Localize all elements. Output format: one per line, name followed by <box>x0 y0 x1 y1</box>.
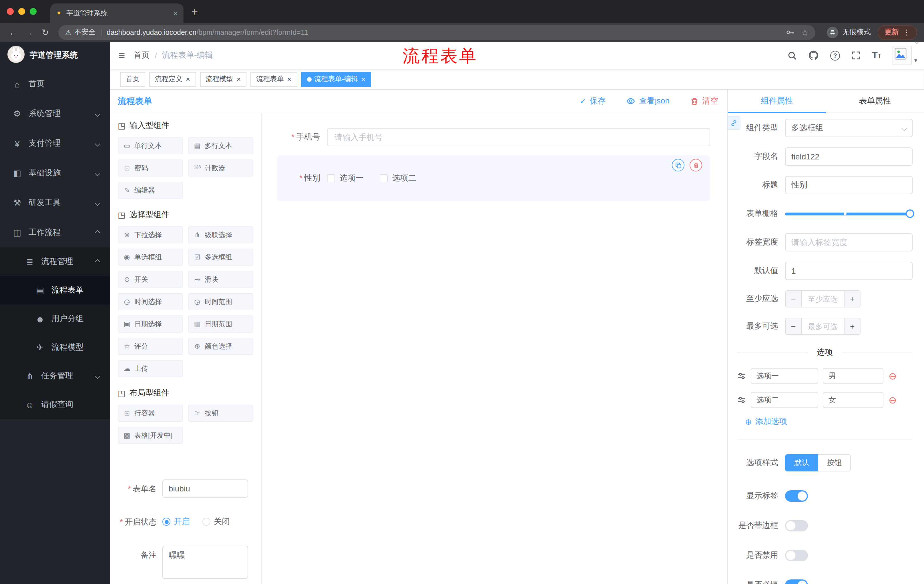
sidebar-item-process-management[interactable]: ≣ 流程管理 <box>0 247 110 276</box>
copy-widget-button[interactable] <box>672 159 685 171</box>
bookmark-star-icon[interactable]: ☆ <box>801 28 808 37</box>
palette-item-counter[interactable]: ¹²³计数器 <box>188 160 253 176</box>
checkbox[interactable] <box>380 174 388 182</box>
status-on-radio[interactable]: 开启 <box>162 517 190 527</box>
tag-home[interactable]: 首页 <box>120 72 145 87</box>
status-off-radio[interactable]: 关闭 <box>202 517 230 527</box>
tag-close-icon[interactable]: × <box>361 75 366 84</box>
palette-item-select[interactable]: ⊚下拉选择 <box>118 226 183 243</box>
palette-item-switch[interactable]: ⊜开关 <box>118 271 183 288</box>
sidebar-item-task-management[interactable]: ⋔ 任务管理 <box>0 362 110 390</box>
fullscreen-icon[interactable] <box>851 51 861 60</box>
tab-form-properties[interactable]: 表单属性 <box>826 90 924 113</box>
tab-component-properties[interactable]: 组件属性 <box>728 90 826 113</box>
browser-update-button[interactable]: 更新 ⋮ <box>878 25 917 40</box>
toolbar-chevron-icon[interactable] <box>916 35 918 46</box>
tag-close-icon[interactable]: × <box>186 75 190 84</box>
option-value-input[interactable] <box>823 368 883 384</box>
palette-item-row-container[interactable]: ⊞行容器 <box>118 405 183 422</box>
option-value-input[interactable] <box>823 392 883 408</box>
reload-button[interactable]: ↻ <box>38 27 53 38</box>
palette-item-textarea[interactable]: ▤多行文本 <box>188 137 253 154</box>
style-default-button[interactable]: 默认 <box>785 454 818 471</box>
palette-item-time-range[interactable]: ◶时间范围 <box>188 293 253 310</box>
phone-field-row[interactable]: *手机号 <box>277 128 710 146</box>
window-minimize-button[interactable] <box>18 8 25 15</box>
form-canvas[interactable]: *手机号 *性别 选项一 选项二 <box>262 113 727 584</box>
palette-item-rate[interactable]: ☆评分 <box>118 338 183 355</box>
palette-item-button[interactable]: ☞按钮 <box>188 405 253 422</box>
decrease-button[interactable]: − <box>785 318 802 334</box>
drag-handle-icon[interactable] <box>737 395 746 405</box>
user-menu[interactable]: ▾ <box>893 46 917 65</box>
palette-item-password[interactable]: ⊡密码 <box>118 160 183 176</box>
clear-button[interactable]: 清空 <box>690 96 718 106</box>
form-remark-input[interactable]: 嘿嘿 <box>162 546 248 579</box>
add-option-button[interactable]: ⊕ 添加选项 <box>745 416 912 428</box>
required-toggle[interactable] <box>785 579 808 584</box>
sidebar-item-infrastructure[interactable]: ◧ 基础设施 <box>0 158 110 188</box>
label-width-input[interactable] <box>785 233 912 252</box>
forward-button[interactable]: → <box>22 28 36 37</box>
palette-item-date-range[interactable]: ▦日期范围 <box>188 316 253 332</box>
remove-option-icon[interactable]: ⊖ <box>889 371 897 381</box>
sidebar-item-user-groups[interactable]: ☻ 用户分组 <box>0 304 110 333</box>
window-zoom-button[interactable] <box>30 8 36 15</box>
increase-button[interactable]: + <box>844 291 860 307</box>
app-logo[interactable]: 芋道管理系统 <box>0 42 110 69</box>
tag-process-form-edit[interactable]: 流程表单-编辑 × <box>301 72 371 87</box>
field-name-input[interactable] <box>785 147 912 166</box>
breadcrumb-home[interactable]: 首页 <box>134 50 150 61</box>
style-button-button[interactable]: 按钮 <box>818 454 851 471</box>
palette-item-cascader[interactable]: ⋔级联选择 <box>188 226 253 243</box>
sidebar-toggle-button[interactable]: ≡ <box>110 49 134 62</box>
help-icon[interactable]: ? <box>830 51 840 60</box>
tag-process-definition[interactable]: 流程定义 × <box>149 72 196 87</box>
palette-item-table[interactable]: ▩表格[开发中] <box>118 427 183 444</box>
palette-item-color-picker[interactable]: ⊛颜色选择 <box>188 338 253 355</box>
drag-handle-icon[interactable] <box>737 372 746 380</box>
sidebar-item-process-model[interactable]: ✈ 流程模型 <box>0 333 110 362</box>
address-bar[interactable]: ⚠ 不安全 | dashboard.yudao.iocoder.cn /bpm/… <box>58 25 815 40</box>
component-type-select[interactable]: 多选框组 <box>785 119 912 137</box>
tag-process-model[interactable]: 流程模型 × <box>200 72 246 87</box>
back-button[interactable]: ← <box>6 28 21 37</box>
palette-item-upload[interactable]: ☁上传 <box>118 360 183 377</box>
phone-input[interactable] <box>327 128 710 146</box>
palette-item-single-text[interactable]: ▭单行文本 <box>118 137 183 154</box>
tab-close-icon[interactable]: × <box>173 8 178 18</box>
palette-item-checkbox-group[interactable]: ☑多选框组 <box>188 248 253 266</box>
password-key-icon[interactable] <box>786 28 794 36</box>
slider-track[interactable] <box>785 212 912 215</box>
sidebar-item-home[interactable]: ⌂ 首页 <box>0 69 110 99</box>
border-toggle[interactable] <box>785 520 808 531</box>
min-select-input[interactable] <box>802 291 844 307</box>
palette-item-editor[interactable]: ✎编辑器 <box>118 182 183 199</box>
disabled-toggle[interactable] <box>785 550 808 561</box>
browser-tab[interactable]: ✦ 芋道管理系统 × <box>50 3 183 23</box>
tag-close-icon[interactable]: × <box>236 75 241 84</box>
palette-item-radio-group[interactable]: ◉单选框组 <box>118 248 183 266</box>
sidebar-item-payment[interactable]: ¥ 支付管理 <box>0 128 110 158</box>
gender-option-2[interactable]: 选项二 <box>380 173 416 183</box>
form-grid-slider[interactable] <box>785 204 912 223</box>
doc-link-icon[interactable] <box>728 116 741 130</box>
browser-menu-icon[interactable]: ⋮ <box>903 28 910 36</box>
new-tab-button[interactable]: + <box>191 6 198 18</box>
window-close-button[interactable] <box>7 8 14 15</box>
sidebar-item-leave-query[interactable]: ☺ 请假查询 <box>0 390 110 419</box>
decrease-button[interactable]: − <box>785 291 802 307</box>
remove-option-icon[interactable]: ⊖ <box>889 395 897 405</box>
palette-item-time-picker[interactable]: ◷时间选择 <box>118 293 183 310</box>
save-button[interactable]: ✓ 保存 <box>579 96 606 106</box>
search-icon[interactable] <box>787 51 797 60</box>
selected-widget-gender[interactable]: *性别 选项一 选项二 <box>277 155 710 201</box>
tag-close-icon[interactable]: × <box>287 75 291 84</box>
form-name-input[interactable] <box>162 479 248 498</box>
checkbox[interactable] <box>327 174 335 182</box>
sidebar-item-devtools[interactable]: ⚒ 研发工具 <box>0 188 110 218</box>
sidebar-item-process-form[interactable]: ▤ 流程表单 <box>0 276 110 304</box>
sidebar-item-workflow[interactable]: ◫ 工作流程 <box>0 218 110 247</box>
sidebar-item-system[interactable]: ⚙ 系统管理 <box>0 99 110 128</box>
tag-process-form[interactable]: 流程表单 × <box>251 72 297 87</box>
